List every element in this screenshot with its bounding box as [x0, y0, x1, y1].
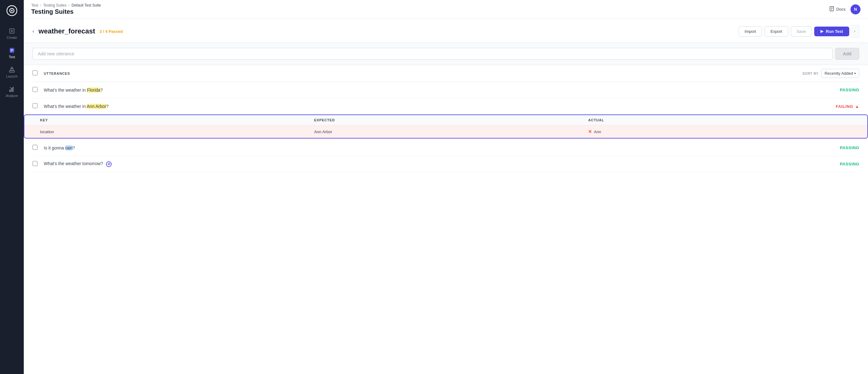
header-right: Docs N — [829, 4, 861, 14]
app-logo — [5, 4, 19, 18]
row3-checkbox-cell — [33, 145, 44, 151]
create-icon — [8, 28, 15, 34]
breadcrumb-test[interactable]: Test — [31, 3, 38, 7]
pass-badge: 3 / 4 Passed — [99, 29, 123, 34]
back-button[interactable]: ‹ — [33, 28, 34, 34]
add-utterance-input[interactable] — [33, 48, 833, 60]
header-checkbox-cell — [33, 70, 44, 76]
error-icon: ✕ — [588, 129, 592, 134]
content-area: ‹ weather_forecast 3 / 4 Passed Import E… — [24, 19, 868, 374]
row3-status: PASSING — [840, 146, 859, 150]
utterances-table: UTTERANCES SORT BY Recently Added ▾ What… — [24, 65, 868, 172]
table-row: What's the weather in Ann Arbor? FAILING… — [33, 98, 859, 115]
table-row: What's the weather in Florida? PASSING — [33, 82, 859, 98]
row2-checkbox[interactable] — [33, 103, 37, 108]
breadcrumb-current: Default Test Suite — [72, 3, 101, 7]
sort-area: SORT BY Recently Added ▾ — [802, 69, 859, 78]
row4-checkbox-cell — [33, 161, 44, 167]
detail-expected-header: EXPECTED — [314, 118, 588, 122]
svg-rect-6 — [11, 67, 12, 69]
sidebar-item-create[interactable]: Create — [0, 24, 24, 43]
failing-detail-header: KEY EXPECTED ACTUAL — [24, 115, 867, 125]
row1-checkbox-cell — [33, 87, 44, 93]
collapse-button[interactable]: › — [850, 25, 859, 37]
sidebar-item-launch[interactable]: Launch — [0, 63, 24, 82]
col-utterances-header: UTTERANCES — [44, 72, 802, 75]
chevron-down-icon: ▾ — [854, 72, 856, 75]
analyze-icon — [8, 86, 15, 93]
sidebar: Create Test Launch — [0, 0, 24, 374]
sort-by-label: SORT BY — [802, 72, 818, 75]
avatar: N — [850, 4, 861, 14]
row3-checkbox[interactable] — [33, 145, 37, 150]
save-button[interactable]: Save — [791, 26, 812, 37]
row1-status: PASSING — [840, 88, 859, 92]
chevron-up-icon: ▲ — [855, 104, 859, 109]
test-header-right: Import Export Save ▶ Run Test › — [739, 25, 859, 37]
detail-expected-value: Ann Arbor — [314, 129, 588, 134]
row4-status: PASSING — [840, 162, 859, 166]
run-test-button[interactable]: ▶ Run Test — [814, 27, 849, 36]
svg-point-2 — [11, 10, 13, 11]
row2-utterance-text: What's the weather in Ann Arbor? — [44, 104, 836, 109]
test-icon — [8, 47, 15, 54]
page-title: Testing Suites — [31, 8, 101, 15]
sidebar-item-test[interactable]: Test — [0, 43, 24, 63]
row4-checkbox[interactable] — [33, 161, 37, 166]
add-utterance-area: Add — [24, 43, 868, 65]
docs-label: Docs — [836, 7, 845, 11]
sort-select-value: Recently Added — [825, 71, 853, 76]
row2-container: What's the weather in Ann Arbor? FAILING… — [24, 98, 868, 138]
failing-detail: KEY EXPECTED ACTUAL location Ann Arbor ✕… — [24, 115, 868, 138]
svg-rect-8 — [11, 89, 12, 92]
row1-checkbox[interactable] — [33, 87, 37, 92]
test-header-left: ‹ weather_forecast 3 / 4 Passed — [33, 27, 123, 35]
add-utterance-row: Add — [33, 48, 859, 60]
detail-key-header: KEY — [40, 118, 314, 122]
row2-checkbox-cell — [33, 103, 44, 110]
detail-actual-value: ✕ Ann — [588, 129, 862, 134]
sidebar-item-analyze[interactable]: Analyze — [0, 82, 24, 101]
info-badge-icon: ⊘ — [106, 161, 112, 167]
svg-rect-5 — [11, 69, 13, 71]
import-button[interactable]: Import — [739, 26, 762, 37]
breadcrumb: Test › Testing Suites › Default Test Sui… — [31, 3, 101, 7]
table-header: UTTERANCES SORT BY Recently Added ▾ — [33, 65, 859, 82]
detail-actual-header: ACTUAL — [588, 118, 862, 122]
sort-select[interactable]: Recently Added ▾ — [821, 69, 859, 78]
docs-button[interactable]: Docs — [829, 6, 845, 12]
app-header: Test › Testing Suites › Default Test Sui… — [24, 0, 868, 19]
row1-utterance-text: What's the weather in Florida? — [44, 88, 840, 93]
test-suite-header: ‹ weather_forecast 3 / 4 Passed Import E… — [24, 19, 868, 43]
play-icon: ▶ — [820, 29, 823, 33]
row4-utterance-text: What's the weather tomorrow? ⊘ — [44, 161, 840, 167]
docs-icon — [829, 6, 834, 12]
row2-status: FAILING ▲ — [836, 104, 859, 109]
test-suite-name: weather_forecast — [38, 27, 95, 35]
breadcrumb-sep-1: › — [40, 3, 41, 7]
add-button[interactable]: Add — [835, 48, 859, 60]
svg-rect-7 — [9, 90, 10, 92]
main-area: Test › Testing Suites › Default Test Sui… — [24, 0, 868, 374]
breadcrumb-sep-2: › — [68, 3, 70, 7]
breadcrumb-testing-suites[interactable]: Testing Suites — [43, 3, 67, 7]
detail-key-value: location — [40, 129, 314, 134]
svg-rect-9 — [12, 88, 13, 92]
failing-detail-body: location Ann Arbor ✕ Ann — [24, 125, 867, 138]
header-left: Test › Testing Suites › Default Test Sui… — [31, 3, 101, 15]
launch-icon — [8, 66, 15, 73]
export-button[interactable]: Export — [765, 26, 788, 37]
table-row: Is it gonna rain? PASSING — [33, 140, 859, 156]
table-row: What's the weather tomorrow? ⊘ PASSING — [33, 156, 859, 172]
row3-utterance-text: Is it gonna rain? — [44, 146, 840, 150]
select-all-checkbox[interactable] — [33, 70, 37, 75]
